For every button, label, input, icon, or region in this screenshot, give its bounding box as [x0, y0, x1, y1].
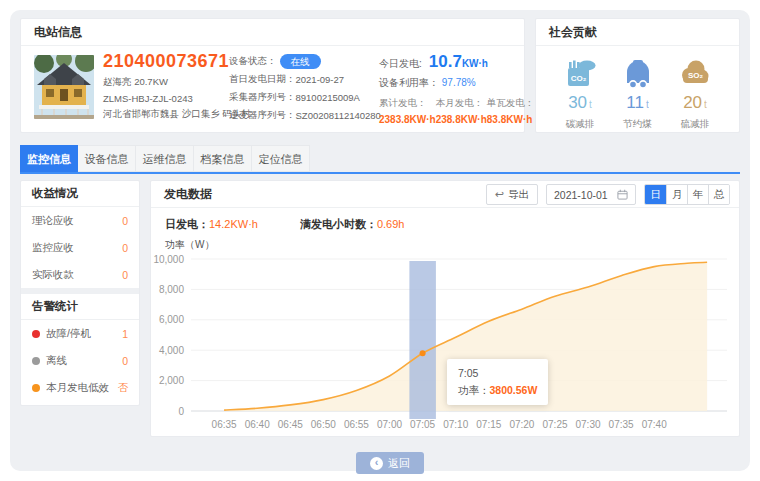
utilization-value: 97.78%	[442, 77, 476, 88]
per-watt-generation-label: 单瓦发电：	[487, 97, 535, 110]
full-hours-value: 0.69h	[377, 218, 405, 230]
online-status-badge: 在线	[280, 54, 321, 69]
fault-count: 1	[122, 328, 128, 340]
month-generation-stat: 本月发电： 238.8KW·h	[436, 97, 487, 125]
svg-text:10,000: 10,000	[153, 254, 184, 265]
svg-text:CO₂: CO₂	[571, 74, 587, 83]
main-tab-bar: 监控信息 设备信息 运维信息 档案信息 定位信息	[20, 145, 740, 174]
revenue-row-actual: 实际收款 0	[21, 261, 139, 288]
sulfur-reduction-unit: t	[704, 99, 707, 110]
sulfur-reduction-item: SO₂ 20t 硫减排	[671, 57, 719, 131]
alarm-row-offline: 离线 0	[21, 347, 139, 374]
svg-text:06:55: 06:55	[344, 419, 369, 430]
svg-text:06:50: 06:50	[311, 419, 336, 430]
tab-device-info[interactable]: 设备信息	[78, 145, 136, 172]
daily-generation-label: 日发电：	[165, 218, 209, 230]
monitored-receivable-value: 0	[122, 242, 128, 254]
svg-text:8,000: 8,000	[159, 284, 184, 295]
house-photo-illustration	[34, 55, 94, 119]
monitored-receivable-label: 监控应收	[32, 241, 74, 255]
revenue-row-theoretical: 理论应收 0	[21, 207, 139, 234]
range-month-button[interactable]: 月	[666, 185, 687, 204]
social-contribution-panel: 社会贡献 CO₂ 30t 碳减排	[535, 18, 740, 133]
tab-monitoring-info[interactable]: 监控信息	[20, 145, 78, 172]
range-toggle-group: 日 月 年 总	[644, 184, 730, 205]
svg-text:07:25: 07:25	[542, 419, 567, 430]
svg-text:06:35: 06:35	[212, 419, 237, 430]
daily-generation-value: 14.2KW·h	[209, 218, 258, 230]
station-identity: 210400073671 赵海亮 20.7KW ZLMS-HBJ-ZJL-024…	[103, 51, 231, 121]
station-owner: 赵海亮 20.7KW	[103, 76, 231, 89]
range-year-button[interactable]: 年	[687, 185, 708, 204]
station-model-code: ZLMS-HBJ-ZJL-0243	[103, 93, 231, 104]
coal-saving-unit: t	[646, 99, 649, 110]
coal-saving-label: 节约煤	[614, 118, 662, 131]
social-contribution-title: 社会贡献	[536, 19, 739, 46]
station-info-panel: 电站信息	[20, 18, 525, 133]
svg-text:4,000: 4,000	[159, 345, 184, 356]
station-id: 210400073671	[103, 51, 231, 72]
today-generation-value: 10.7	[429, 52, 462, 72]
svg-text:06:45: 06:45	[278, 419, 303, 430]
offline-count: 0	[122, 355, 128, 367]
summary-side-panel: 收益情况 理论应收 0 监控应收 0 实际收款 0 告警统计 故障/停机 1 离…	[20, 180, 140, 406]
total-generation-stat: 累计发电： 2383.8KW·h	[379, 97, 436, 125]
svg-text:07:05: 07:05	[410, 419, 435, 430]
coal-saving-value: 11	[626, 93, 644, 112]
tooltip-time: 7:05	[458, 365, 537, 382]
svg-text:07:15: 07:15	[476, 419, 501, 430]
total-generation-value: 2383.8KW·h	[379, 114, 436, 125]
station-photo	[34, 55, 94, 119]
svg-text:SO₂: SO₂	[688, 71, 704, 80]
carbon-reduction-unit: t	[589, 99, 592, 110]
date-picker[interactable]: 2021-10-01	[546, 184, 636, 205]
alarm-row-low-efficiency: 本月发电低效 否	[21, 374, 139, 401]
co2-reduction-icon: CO₂	[562, 57, 598, 91]
tab-operation-info[interactable]: 运维信息	[136, 145, 194, 172]
station-info-title: 电站信息	[21, 19, 524, 46]
sulfur-reduction-value: 20	[683, 93, 702, 112]
tooltip-power-value: 3800.56W	[490, 384, 538, 396]
svg-text:6,000: 6,000	[159, 314, 184, 325]
total-generation-label: 累计发电：	[379, 97, 436, 110]
back-button[interactable]: ‹ 返回	[356, 452, 424, 474]
coal-saving-item: 11t 节约煤	[614, 57, 662, 131]
power-area-chart[interactable]: 02,0004,0006,0008,00010,00006:3506:4006:…	[151, 249, 741, 435]
svg-text:07:10: 07:10	[443, 419, 468, 430]
tooltip-series-label: 功率：	[458, 384, 490, 396]
station-address: 河北省邯郸市魏县 沙口集乡 码头村	[103, 108, 231, 121]
low-efficiency-status-dot	[32, 384, 40, 392]
tab-archive-info[interactable]: 档案信息	[194, 145, 252, 172]
sulfur-reduction-label: 硫减排	[671, 118, 719, 131]
range-total-button[interactable]: 总	[708, 185, 729, 204]
alarm-section-title: 告警统计	[21, 294, 139, 320]
station-generation-stats: 今日发电: 10.7 KW·h 设备利用率： 97.78% 累计发电： 2383…	[379, 52, 524, 125]
offline-status-dot	[32, 357, 40, 365]
today-generation-label: 今日发电:	[379, 57, 422, 71]
export-button[interactable]: ↩ 导出	[486, 184, 538, 205]
actual-received-value: 0	[122, 269, 128, 281]
svg-text:07:30: 07:30	[575, 419, 600, 430]
per-watt-generation-value: 83.8KW·h	[487, 114, 535, 125]
full-hours-label: 满发电小时数：	[300, 218, 377, 230]
station-device-details: 设备状态： 在线 首日发电日期： 2021-09-27 采集器序列号： 8910…	[229, 52, 381, 124]
svg-text:07:20: 07:20	[509, 419, 534, 430]
fault-label: 故障/停机	[46, 327, 91, 341]
collector-serial-value: 89100215009A	[296, 92, 360, 103]
theoretical-receivable-value: 0	[122, 215, 128, 227]
so2-reduction-icon: SO₂	[677, 57, 713, 91]
dashboard: 电站信息	[0, 0, 760, 481]
coal-saving-icon	[620, 57, 656, 91]
month-generation-label: 本月发电：	[436, 97, 487, 110]
fault-status-dot	[32, 330, 40, 338]
range-day-button[interactable]: 日	[645, 185, 666, 204]
svg-text:0: 0	[178, 406, 184, 417]
revenue-section-title: 收益情况	[21, 181, 139, 207]
tab-location-info[interactable]: 定位信息	[252, 145, 310, 172]
chart-summary-stats: 日发电：14.2KW·h 满发电小时数：0.69h	[165, 217, 404, 232]
chart-tooltip: 7:05 功率：3800.56W	[447, 359, 548, 405]
inverter-serial-label: 逆变器序列号：	[229, 109, 296, 122]
carbon-reduction-value: 30	[568, 93, 587, 112]
calendar-icon	[617, 189, 628, 200]
svg-text:07:00: 07:00	[377, 419, 402, 430]
